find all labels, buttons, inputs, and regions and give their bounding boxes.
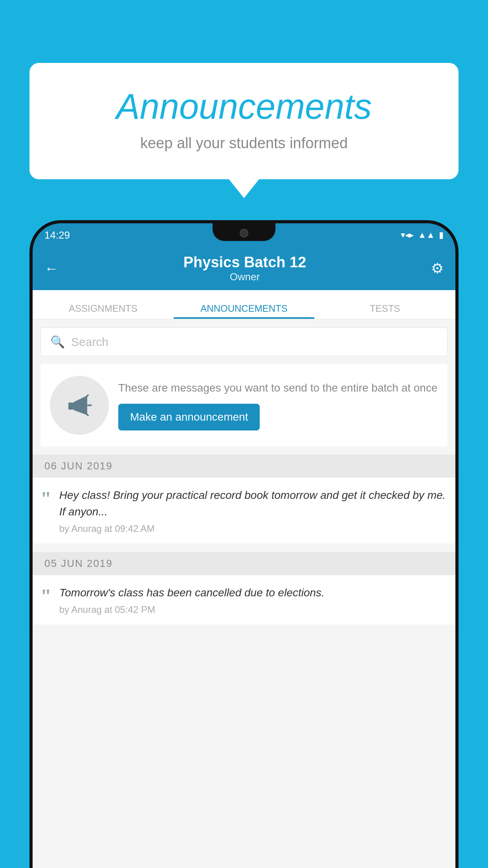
wifi-icon: ▾◂▸ (401, 230, 414, 240)
tab-bar: ASSIGNMENTS ANNOUNCEMENTS TESTS (33, 290, 455, 320)
announcement-item-2[interactable]: " Tomorrow's class has been cancelled du… (33, 575, 455, 625)
phone-notch (213, 223, 275, 241)
svg-line-4 (85, 412, 88, 416)
svg-rect-1 (68, 403, 73, 410)
announcement-text-1: Hey class! Bring your practical record b… (59, 487, 446, 520)
app-bar-subtitle: Owner (183, 271, 306, 283)
speech-bubble-subtitle: keep all your students informed (49, 135, 439, 152)
announcement-message-2: Tomorrow's class has been cancelled due … (59, 585, 446, 615)
settings-icon[interactable]: ⚙ (431, 260, 444, 277)
date-label-1: 06 JUN 2019 (44, 460, 113, 472)
megaphone-icon (64, 390, 95, 421)
announcement-text-2: Tomorrow's class has been cancelled due … (59, 585, 446, 601)
announcement-description: These are messages you want to send to t… (118, 380, 438, 395)
phone-inner: 14:29 ▾◂▸ ▲▲ ▮ ← Physics Batch 12 Owner … (33, 223, 455, 868)
notch-camera (240, 229, 248, 237)
status-time: 14:29 (44, 229, 70, 241)
tab-tests[interactable]: TESTS (314, 303, 455, 319)
status-icons: ▾◂▸ ▲▲ ▮ (401, 230, 444, 240)
announcement-message-1: Hey class! Bring your practical record b… (59, 487, 446, 534)
search-icon: 🔍 (50, 335, 65, 349)
tab-announcements[interactable]: ANNOUNCEMENTS (174, 303, 315, 319)
announcement-item-1[interactable]: " Hey class! Bring your practical record… (33, 478, 455, 544)
announcement-text-block: These are messages you want to send to t… (118, 380, 438, 430)
speech-bubble: Announcements keep all your students inf… (29, 63, 459, 179)
make-announcement-button[interactable]: Make an announcement (118, 404, 260, 430)
announcement-meta-2: by Anurag at 05:42 PM (59, 604, 446, 615)
speech-bubble-title: Announcements (49, 86, 439, 127)
tab-assignments[interactable]: ASSIGNMENTS (33, 303, 174, 319)
signal-icon: ▲▲ (418, 230, 435, 240)
content-area: 🔍 Search These are messages you (33, 320, 455, 868)
search-bar[interactable]: 🔍 Search (40, 327, 448, 356)
quote-icon-1: " (40, 489, 51, 508)
back-button[interactable]: ← (44, 260, 59, 277)
announcement-meta-1: by Anurag at 09:42 AM (59, 523, 446, 534)
svg-line-2 (85, 395, 88, 398)
announcement-prompt-card: These are messages you want to send to t… (40, 364, 448, 447)
battery-icon: ▮ (439, 230, 444, 240)
app-bar-title: Physics Batch 12 (183, 254, 306, 271)
date-separator-2: 05 JUN 2019 (33, 552, 455, 575)
date-label-2: 05 JUN 2019 (44, 557, 113, 569)
app-bar: ← Physics Batch 12 Owner ⚙ (33, 247, 455, 290)
announcement-icon-circle (50, 376, 109, 435)
phone-frame: 14:29 ▾◂▸ ▲▲ ▮ ← Physics Batch 12 Owner … (29, 220, 459, 868)
app-bar-title-block: Physics Batch 12 Owner (183, 254, 306, 283)
quote-icon-2: " (40, 586, 51, 606)
search-placeholder: Search (71, 335, 108, 349)
date-separator-1: 06 JUN 2019 (33, 454, 455, 478)
